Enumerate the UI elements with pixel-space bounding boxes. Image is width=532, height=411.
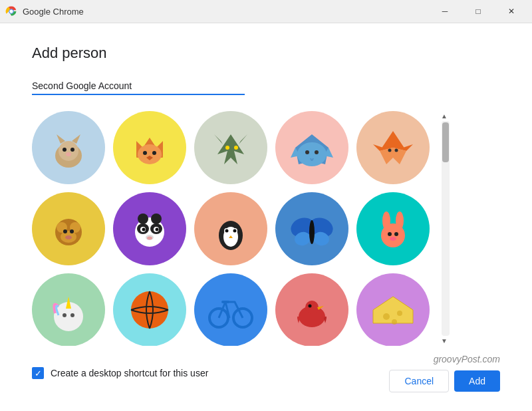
svg-point-55	[225, 229, 229, 233]
avatar-area: ▲ ▼	[32, 111, 500, 346]
avatar-rabbit[interactable]	[356, 192, 430, 265]
svg-marker-28	[380, 148, 406, 164]
svg-point-56	[233, 229, 237, 233]
svg-marker-18	[239, 134, 247, 144]
avatar-basketball[interactable]	[113, 273, 186, 346]
avatar-penguin[interactable]	[194, 192, 267, 265]
svg-point-65	[396, 211, 404, 230]
avatar-origami-fox2[interactable]	[356, 111, 430, 184]
watermark: groovyPost.com	[434, 354, 500, 364]
page-title: Add person	[32, 45, 500, 62]
desktop-shortcut-checkbox[interactable]: ✓	[32, 367, 44, 379]
avatar-butterfly[interactable]	[275, 192, 348, 265]
svg-point-71	[63, 313, 66, 317]
avatar-grid	[32, 111, 430, 346]
svg-marker-82	[373, 297, 413, 323]
svg-point-19	[225, 146, 229, 150]
svg-point-39	[65, 235, 72, 239]
avatar-fox[interactable]	[113, 111, 186, 184]
name-input[interactable]	[32, 78, 245, 95]
scrollbar-track	[442, 121, 450, 336]
cancel-button[interactable]: Cancel	[389, 370, 449, 392]
avatar-bike[interactable]	[194, 273, 267, 346]
svg-point-83	[383, 313, 390, 320]
svg-point-12	[138, 144, 162, 164]
name-input-wrapper	[32, 78, 245, 95]
svg-point-48	[156, 228, 159, 231]
button-area: Cancel Add	[389, 370, 500, 392]
minimize-button[interactable]: ─	[430, 0, 460, 23]
close-button[interactable]: ✕	[496, 0, 527, 23]
checkmark-icon: ✓	[35, 369, 42, 378]
svg-point-20	[234, 146, 238, 150]
svg-point-23	[305, 150, 309, 154]
svg-point-7	[70, 148, 74, 152]
checkbox-area: ✓ Create a desktop shortcut for this use…	[32, 367, 208, 379]
avatar-elephant[interactable]	[275, 111, 348, 184]
svg-point-84	[397, 311, 402, 316]
title-bar: Google Chrome ─ □ ✕	[0, 0, 532, 23]
checkbox-label: Create a desktop shortcut for this user	[51, 368, 208, 378]
svg-point-44	[151, 213, 162, 224]
svg-point-67	[394, 232, 398, 236]
scroll-down-arrow[interactable]: ▼	[440, 336, 448, 346]
svg-point-14	[152, 151, 156, 155]
window-controls: ─ □ ✕	[430, 0, 527, 23]
svg-point-62	[309, 220, 315, 244]
avatar-cheese[interactable]	[356, 273, 430, 346]
svg-point-64	[382, 211, 390, 230]
chrome-logo-icon	[5, 5, 17, 17]
svg-marker-17	[214, 134, 223, 144]
svg-point-6	[63, 148, 66, 152]
svg-point-50	[147, 237, 152, 240]
svg-point-8	[66, 152, 71, 156]
maximize-button[interactable]: □	[463, 0, 493, 23]
avatar-monkey[interactable]	[32, 192, 105, 265]
svg-point-72	[70, 313, 74, 317]
svg-point-47	[142, 228, 146, 231]
svg-marker-16	[217, 134, 244, 164]
main-content: Add person ▲ ▼ ✓ Create a desktop shortc…	[0, 23, 532, 411]
scrollbar-thumb[interactable]	[442, 122, 449, 162]
svg-point-66	[388, 232, 392, 236]
avatar-panda[interactable]	[113, 192, 186, 265]
svg-point-68	[390, 237, 396, 241]
scroll-up-arrow[interactable]: ▲	[440, 111, 448, 121]
svg-point-5	[59, 141, 78, 161]
svg-point-13	[143, 151, 147, 155]
svg-point-85	[392, 319, 397, 325]
svg-point-78	[305, 301, 319, 314]
svg-point-80	[309, 305, 312, 308]
svg-point-73	[131, 291, 168, 329]
avatar-cat[interactable]	[32, 111, 105, 184]
svg-point-1	[9, 9, 13, 13]
app-title: Google Chrome	[23, 7, 84, 17]
avatar-dragon[interactable]	[194, 111, 267, 184]
svg-point-43	[138, 213, 148, 224]
bottom-bar: ✓ Create a desktop shortcut for this use…	[32, 346, 500, 398]
svg-point-37	[63, 229, 67, 233]
add-button[interactable]: Add	[454, 370, 500, 392]
avatar-unicorn[interactable]	[32, 273, 105, 346]
svg-point-31	[388, 149, 392, 152]
svg-point-38	[70, 229, 74, 233]
svg-point-32	[395, 149, 398, 152]
svg-point-22	[297, 142, 327, 166]
svg-point-24	[315, 150, 319, 154]
avatar-bird[interactable]	[275, 273, 348, 346]
